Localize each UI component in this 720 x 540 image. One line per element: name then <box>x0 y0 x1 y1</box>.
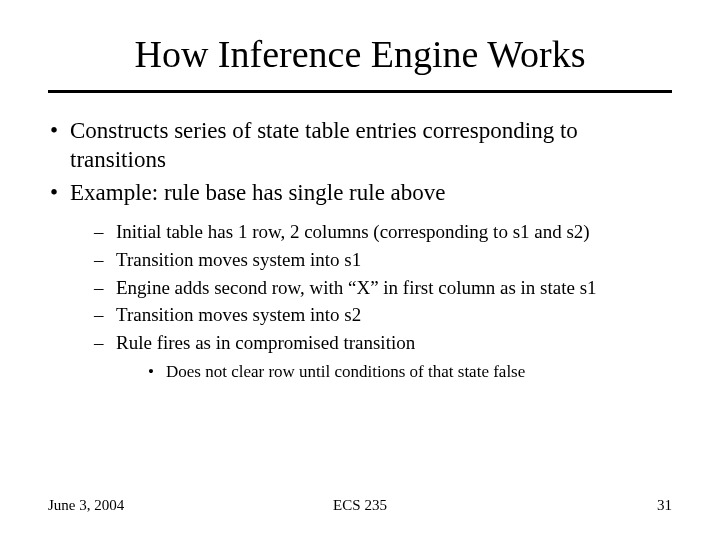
footer-date: June 3, 2004 <box>48 497 124 514</box>
bullet-text: Example: rule base has single rule above <box>70 180 446 205</box>
bullet-list: Constructs series of state table entries… <box>48 117 672 384</box>
slide: How Inference Engine Works Constructs se… <box>0 0 720 540</box>
sub-item: Transition moves system into s1 <box>94 247 672 273</box>
sub-text: Rule fires as in compromised transition <box>116 332 415 353</box>
sub-item: Rule fires as in compromised transition … <box>94 330 672 384</box>
subsub-list: Does not clear row until conditions of t… <box>148 361 672 383</box>
bullet-item: Constructs series of state table entries… <box>48 117 672 175</box>
slide-title: How Inference Engine Works <box>48 32 672 76</box>
sub-item: Engine adds second row, with “X” in firs… <box>94 275 672 301</box>
bullet-item: Example: rule base has single rule above… <box>48 179 672 384</box>
sub-list: Initial table has 1 row, 2 columns (corr… <box>94 219 672 383</box>
footer: June 3, 2004 ECS 235 31 <box>0 497 720 514</box>
footer-page-number: 31 <box>657 497 672 514</box>
subsub-item: Does not clear row until conditions of t… <box>148 361 672 383</box>
footer-course: ECS 235 <box>333 497 387 514</box>
sub-item: Initial table has 1 row, 2 columns (corr… <box>94 219 672 245</box>
title-divider <box>48 90 672 93</box>
sub-item: Transition moves system into s2 <box>94 302 672 328</box>
